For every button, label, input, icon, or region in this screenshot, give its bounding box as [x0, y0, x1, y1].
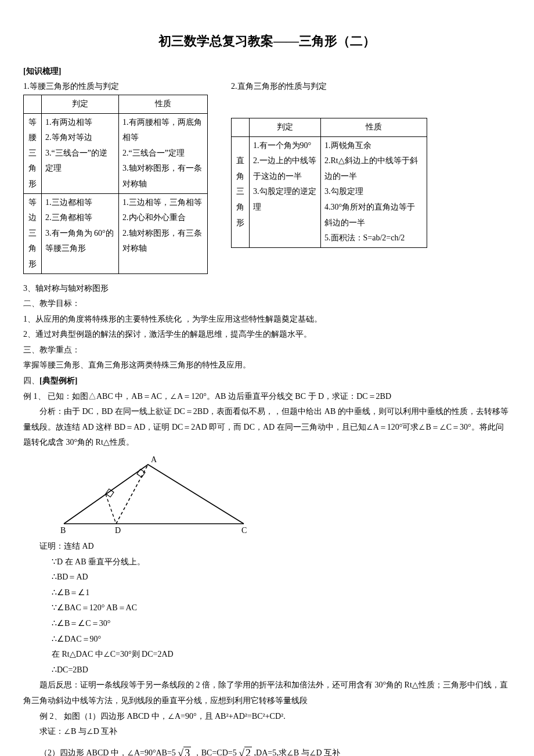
th-prop: 性质: [119, 95, 208, 113]
svg-line-1: [116, 465, 148, 524]
table-a: 判定 性质 等腰三角形 1.有两边相等 2.等角对等边 3.“三线合一”的逆定理…: [23, 95, 208, 274]
row-label: 等边三角形: [24, 193, 42, 273]
goal-2: 2、通过对典型例题的解法的探讨，激活学生的解题思维，提高学生的解题水平。: [23, 327, 511, 343]
proof-8: ∴DC=2BD: [23, 663, 511, 678]
reflect: 题后反思：证明一条线段等于另一条线段的 2 倍，除了学用的折平法和加倍法外，还可…: [23, 678, 511, 708]
th-blank: [232, 118, 250, 136]
th-blank: [24, 95, 42, 113]
proof-6: ∴∠DAC＝90°: [23, 632, 511, 647]
table-row: 等边三角形 1.三边都相等 2.三角都相等 3.有一角角为 60°的等腰三角形 …: [24, 193, 208, 273]
proof-5: ∴∠B＝∠C＝30°: [23, 616, 511, 632]
table-row: 等腰三角形 1.有两边相等 2.等角对等边 3.“三线合一”的逆定理 1.有两腰…: [24, 113, 208, 193]
cell: 1.有两边相等 2.等角对等边 3.“三线合一”的逆定理: [42, 113, 119, 193]
proof-4: ∵∠BAC＝120° AB＝AC: [23, 600, 511, 616]
goal-1: 1、从应用的角度将特殊形的主要特性系统化 ，为学生应用这些特性解题奠定基础。: [23, 312, 511, 327]
keypoint-heading: 三、教学重点：: [23, 343, 511, 358]
page-title: 初三数学总复习教案——三角形（二）: [23, 29, 511, 53]
ex1-analysis: 分析：由于 DC，BD 在同一线上欲证 DC＝2BD，表面看似不易，，但题中给出…: [23, 404, 511, 451]
keypoint-1: 掌握等腰三角形、直角三角形这两类特殊三角形的特性及应用。: [23, 358, 511, 373]
table-a-caption: 1.等腰三角形的性质与判定: [23, 79, 208, 95]
th-judge: 判定: [42, 95, 119, 113]
proof-2: ∴BD＝AD: [23, 570, 511, 585]
proof-7: 在 Rt△DAC 中∠C=30°则 DC=2AD: [23, 647, 511, 663]
tables-row: 1.等腰三角形的性质与判定 判定 性质 等腰三角形 1.有两边相等 2.等角对等…: [23, 79, 511, 273]
th-prop: 性质: [321, 118, 427, 136]
ex2-line1: 例 2、 如图（1）四边形 ABCD 中，∠A=90°，且 AB²+AD²=BC…: [23, 709, 511, 725]
sec4-title: [典型例析]: [39, 376, 77, 385]
svg-rect-4: [137, 469, 145, 477]
cell: 1.有一个角为90° 2.一边上的中线等于这边的一半 3.勾股定理的逆定理: [250, 136, 321, 247]
cell: 1.三边相等，三角相等 2.内心和外心重合 2.轴对称图形，有三条对称轴: [119, 193, 208, 273]
sec3: 3、轴对称与轴对称图形: [23, 281, 511, 297]
svg-line-2: [106, 494, 116, 524]
row-label: 直角三角形: [232, 136, 250, 247]
table-b-col: 2.直角三角形的性质与判定 判定 性质 直角三角形 1.有一个角为90° 2.一…: [231, 79, 427, 273]
label-c: C: [241, 526, 247, 535]
ex2-line2: 求证：∠B 与∠D 互补: [23, 724, 511, 740]
row-label: 等腰三角形: [24, 113, 42, 193]
sqrt2: √2: [239, 747, 252, 756]
ex2-3b: ，BC=CD=5: [193, 748, 237, 756]
ex2-3c: ,DA=5,求∠B 与∠D 互补: [254, 748, 341, 756]
label-b: B: [60, 526, 66, 535]
cell: 1.有两腰相等，两底角相等 2.“三线合一”定理 3.轴对称图形，有一条对称轴: [119, 113, 208, 193]
sqrt3: √3: [178, 747, 191, 756]
sec4-prefix: 四、: [23, 376, 39, 385]
knowledge-heading: [知识梳理]: [23, 64, 511, 80]
proof-1: ∵D 在 AB 垂直平分线上。: [23, 555, 511, 570]
triangle-figure: A B D C: [46, 454, 255, 535]
table-a-col: 1.等腰三角形的性质与判定 判定 性质 等腰三角形 1.有两边相等 2.等角对等…: [23, 79, 208, 273]
goal-heading: 二、教学目标：: [23, 296, 511, 312]
table-row: 直角三角形 1.有一个角为90° 2.一边上的中线等于这边的一半 3.勾股定理的…: [232, 136, 427, 247]
cell: 1.三边都相等 2.三角都相等 3.有一角角为 60°的等腰三角形: [42, 193, 119, 273]
ex2-3a: （2）四边形 ABCD 中，∠A=90°AB=5: [39, 748, 176, 756]
sec4-heading: 四、[典型例析]: [23, 373, 511, 389]
table-b-caption: 2.直角三角形的性质与判定: [231, 79, 427, 95]
ex2-line3: （2）四边形 ABCD 中，∠A=90°AB=5 √3 ，BC=CD=5 √2 …: [23, 740, 511, 756]
cell: 1.两锐角互余 2.Rt△斜边上的中线等于斜边的一半 3.勾股定理 4.30°角…: [321, 136, 427, 247]
proof-3: ∴∠B＝∠1: [23, 585, 511, 601]
table-row: 判定 性质: [232, 118, 427, 136]
table-row: 判定 性质: [24, 95, 208, 113]
ex1-line1: 例 1、 已知：如图△ABC 中，AB＝AC，∠A＝120°。AB 边后垂直平分…: [23, 389, 511, 405]
label-a: A: [151, 455, 157, 464]
table-b: 判定 性质 直角三角形 1.有一个角为90° 2.一边上的中线等于这边的一半 3…: [231, 118, 427, 248]
proof-head: 证明：连结 AD: [23, 539, 511, 555]
label-d: D: [115, 526, 121, 535]
th-judge: 判定: [250, 118, 321, 136]
